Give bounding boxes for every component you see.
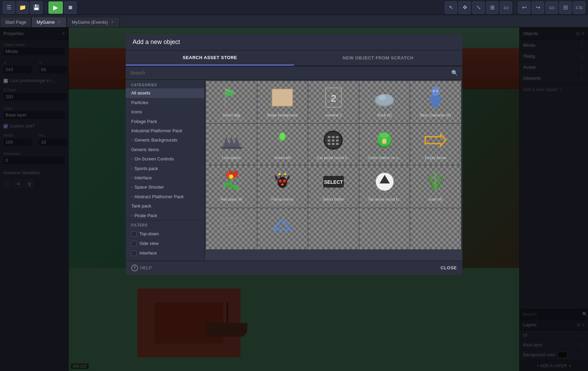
asset-green-button[interactable]: Green button on s... — [359, 124, 410, 165]
close-label: CLOSE — [441, 265, 457, 270]
menu-icon[interactable]: ☰ — [3, 1, 15, 14]
resize-icon[interactable]: ⤡ — [472, 1, 485, 14]
asset-top-arrow[interactable]: Top arrow round b... — [359, 165, 410, 207]
undo-icon[interactable]: ↩ — [518, 1, 530, 14]
filter-topdown-checkbox[interactable] — [131, 231, 137, 237]
asset-name-rock: Rock (6) — [377, 113, 392, 117]
category-industrial[interactable]: Industrial Platformer Pack — [126, 126, 204, 135]
category-tank[interactable]: Tank pack — [126, 201, 204, 211]
play-button[interactable]: ▶ — [48, 1, 63, 14]
asset-blue-shape[interactable] — [257, 208, 308, 249]
pointer-icon[interactable]: ↖ — [445, 1, 457, 14]
help-label: HELP — [140, 265, 152, 270]
help-circle-icon: ? — [131, 265, 138, 271]
asset-bush[interactable]: bush (4) — [410, 165, 461, 207]
svg-point-53 — [284, 180, 285, 181]
category-generic-bg[interactable]: › Generic Backgrounds — [126, 135, 204, 145]
category-label-industrial: Industrial Platformer Pack — [131, 128, 182, 133]
svg-point-47 — [222, 181, 231, 189]
svg-rect-34 — [336, 143, 339, 145]
category-all-assets[interactable]: All assets — [126, 88, 204, 98]
asset-green-pill[interactable]: Green pill — [257, 124, 308, 165]
asset-flying-enemy[interactable]: Flying enemy with 2 animations — [257, 165, 308, 207]
asset-empty-arrow[interactable]: Empty Arrow — [410, 124, 461, 165]
save-icon[interactable]: 💾 — [30, 1, 43, 14]
separator-1 — [45, 3, 46, 12]
category-space[interactable]: › Space Shooter — [126, 182, 204, 192]
category-sports[interactable]: › Sports pack — [126, 164, 204, 173]
category-label-all: All assets — [131, 90, 150, 95]
close-button[interactable]: CLOSE — [441, 265, 457, 270]
chevron-onscreen: › — [131, 157, 132, 161]
tab-events[interactable]: MyGame (Events) × — [67, 17, 120, 27]
file-icon[interactable]: 📁 — [16, 1, 29, 14]
asset-dotted-btn[interactable] — [206, 208, 257, 249]
time-icon[interactable]: 1:31 — [573, 1, 585, 14]
asset-sub-green-flag: with 2 animations — [218, 117, 245, 121]
svg-point-16 — [433, 90, 435, 92]
asset-empty-2[interactable] — [359, 208, 410, 249]
category-particles[interactable]: Particles — [126, 98, 204, 107]
asset-row-4 — [206, 208, 461, 250]
modal-search-bar: 🔍 — [126, 66, 462, 80]
asset-select-btn[interactable]: SELECT Select button — [308, 165, 359, 207]
tab-store-label: SEARCH ASSET STORE — [183, 55, 237, 60]
asset-low-spikes[interactable]: Low spikes — [206, 124, 257, 165]
asset-name-top-arrow: Top arrow round b... — [368, 197, 402, 202]
asset-numeral2[interactable]: 2 numeral 2 — [308, 81, 359, 123]
asset-preview-green-pill — [259, 126, 307, 154]
category-foliage[interactable]: Foliage Pack — [126, 116, 204, 126]
asset-rock[interactable]: Rock (6) — [359, 81, 410, 123]
filter-interface-checkbox[interactable] — [131, 250, 137, 256]
tab-events-label: MyGame (Events) — [72, 20, 108, 25]
svg-rect-12 — [430, 97, 432, 102]
category-abstract[interactable]: › Abstract Platformer Pack — [126, 192, 204, 201]
chevron-generic-bg: › — [131, 138, 132, 142]
asset-blue-char[interactable]: Blue Character (8) — [410, 81, 461, 123]
tab-events-close[interactable]: × — [110, 20, 115, 25]
asset-red-plant[interactable]: Red plant (4) — [206, 165, 257, 207]
move-icon[interactable]: ✥ — [459, 1, 471, 14]
category-icons[interactable]: Icons — [126, 107, 204, 116]
asset-car-pedal[interactable]: Car pedal round b... — [308, 124, 359, 165]
categories-sidebar: CATEGORIES All assets Particles Icons Fo… — [126, 80, 205, 261]
svg-point-10 — [431, 87, 440, 97]
category-label-pirate: Pirate Pack — [134, 213, 157, 218]
category-pirate[interactable]: › Pirate Pack — [126, 211, 204, 220]
tab-asset-store[interactable]: SEARCH ASSET STORE — [126, 50, 294, 66]
category-label-abstract: Abstract Platformer Pack — [134, 194, 184, 199]
frame-icon[interactable]: ▭ — [500, 1, 512, 14]
tab-new-object[interactable]: NEW OBJECT FROM SCRATCH — [294, 50, 462, 66]
asset-empty-1[interactable] — [308, 208, 359, 249]
filter-sideview-label: Side view — [139, 241, 159, 246]
asset-empty-3[interactable] — [410, 208, 461, 249]
help-button[interactable]: ? HELP — [131, 265, 152, 271]
svg-rect-15 — [436, 104, 439, 108]
tab-start-page[interactable]: Start Page — [0, 17, 31, 27]
assets-grid: Green flag with 2 animations Beige backg… — [205, 80, 462, 261]
svg-point-9 — [379, 95, 386, 100]
category-label-foliage: Foliage Pack — [131, 119, 157, 124]
grid-icon[interactable]: ⊞ — [486, 1, 498, 14]
asset-green-flag[interactable]: Green flag with 2 animations — [206, 81, 257, 123]
tab-mygame-close[interactable]: × — [57, 20, 61, 25]
category-generic-items[interactable]: Generic Items — [126, 145, 204, 154]
svg-point-39 — [380, 133, 389, 138]
redo-icon[interactable]: ↪ — [532, 1, 544, 14]
category-interface[interactable]: › Interface — [126, 173, 204, 182]
asset-beige-bg[interactable]: Beige background tiled sprite — [257, 81, 308, 123]
stop-icon[interactable]: ⏹ — [64, 1, 77, 14]
modal-search-input[interactable] — [130, 70, 449, 76]
svg-point-65 — [230, 224, 233, 226]
category-onscreen[interactable]: › On-Screen Controls — [126, 154, 204, 164]
preview-icon[interactable]: ▭ — [545, 1, 558, 14]
category-label-interface: Interface — [134, 175, 152, 180]
svg-rect-40 — [382, 139, 386, 144]
asset-name-spikes: Low spikes — [222, 155, 241, 160]
filter-sideview-checkbox[interactable] — [131, 241, 137, 246]
svg-rect-26 — [328, 136, 330, 138]
tab-mygame[interactable]: MyGame × — [31, 17, 67, 27]
svg-rect-31 — [336, 139, 339, 142]
chevron-sports: › — [131, 167, 132, 170]
layout-icon[interactable]: ⊟ — [559, 1, 572, 14]
